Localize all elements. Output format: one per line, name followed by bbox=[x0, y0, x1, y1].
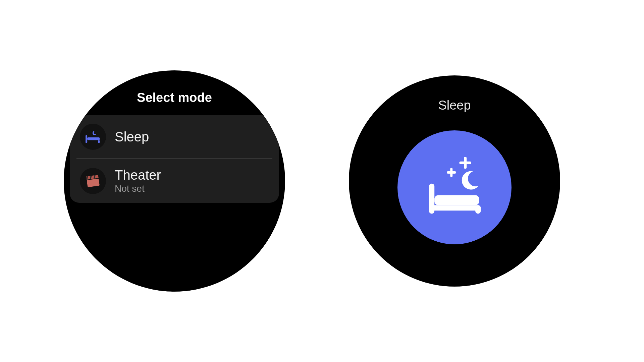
watch-face-select-mode: Select mode Sleep bbox=[64, 70, 285, 292]
list-item-sleep[interactable]: Sleep bbox=[70, 115, 279, 159]
svg-rect-14 bbox=[434, 195, 479, 205]
svg-rect-15 bbox=[429, 205, 481, 210]
svg-rect-4 bbox=[87, 178, 100, 187]
clapperboard-icon bbox=[80, 168, 106, 194]
sleep-mode-toggle[interactable] bbox=[397, 130, 512, 244]
list-item-text: Sleep bbox=[115, 129, 149, 144]
mode-list: Sleep Theater Not set bbox=[70, 115, 279, 203]
svg-rect-2 bbox=[98, 140, 100, 143]
list-item-text: Theater Not set bbox=[115, 168, 161, 194]
bed-moon-sparkle-icon bbox=[416, 148, 493, 227]
svg-rect-3 bbox=[86, 140, 87, 143]
svg-rect-16 bbox=[475, 205, 481, 214]
watch-face-sleep-mode: Sleep bbox=[349, 75, 560, 287]
list-item-label: Theater bbox=[115, 168, 161, 183]
list-item-theater[interactable]: Theater Not set bbox=[70, 159, 279, 203]
page-title: Select mode bbox=[64, 70, 285, 115]
mode-title: Sleep bbox=[349, 75, 560, 113]
list-item-label: Sleep bbox=[115, 129, 149, 144]
list-item-sublabel: Not set bbox=[115, 183, 161, 194]
svg-rect-1 bbox=[87, 137, 100, 140]
bed-icon bbox=[80, 124, 106, 150]
